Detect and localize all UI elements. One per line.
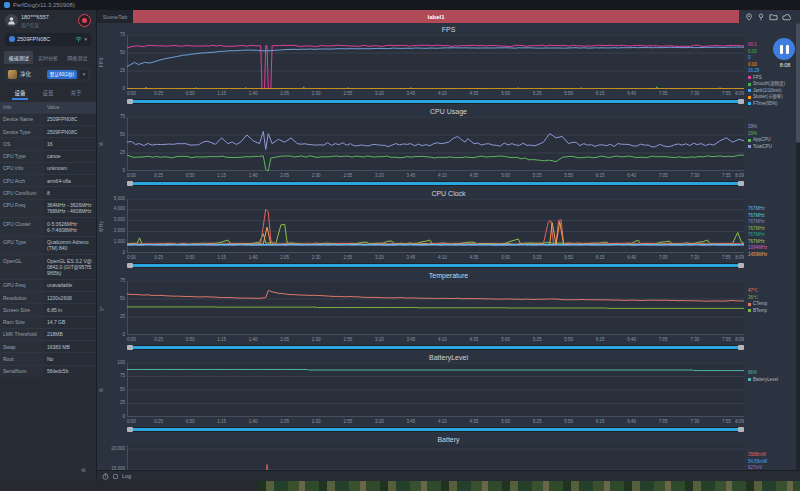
main-vertical-scrollbar[interactable]: [796, 23, 800, 470]
device-table-body: Device Name2509FPN08CDevice Type2509FPN0…: [0, 113, 96, 377]
y-axis: % 0255075100: [97, 363, 127, 417]
table-row: Resolution1200x2608: [0, 291, 96, 303]
table-row: Screen Size6.85 in: [0, 303, 96, 315]
x-axis-ticks: 0:000:250:501:151:402:052:302:553:203:45…: [127, 254, 744, 262]
chart-scrollbar[interactable]: [127, 426, 744, 433]
table-row: CPU Typecanoe: [0, 150, 96, 162]
y-axis-label: FPS: [99, 57, 104, 67]
table-row: CPU Cluster0-5:3626MHz 6-7:4608MHz: [0, 217, 96, 236]
y-axis-label: %: [99, 142, 104, 147]
cpu-usage-legend: 39%20%AppCPUTotalCPU: [744, 117, 800, 171]
chart-cpu-clock: CPU Clock MHz 01,0002,0003,0004,0005,000…: [97, 189, 800, 269]
pause-button[interactable]: [773, 38, 795, 60]
cloud-icon[interactable]: [782, 13, 792, 21]
chart-title: Battery: [97, 435, 800, 445]
app-mode-badge[interactable]: 默认60(1秒): [47, 70, 77, 79]
app-dropdown-button[interactable]: ▾: [80, 70, 88, 79]
chart-cpu-usage: CPU Usage % 0255075 39%20%AppCPUTotalCPU…: [97, 107, 800, 187]
table-row: Ram Size14.7 GB: [0, 316, 96, 328]
desktop-wallpaper-strip: [0, 481, 800, 491]
table-header: Info Value: [0, 102, 96, 113]
x-axis-ticks: 0:000:250:501:151:402:052:302:553:203:45…: [127, 336, 744, 344]
sidebar-collapse-button[interactable]: «: [81, 466, 86, 475]
app-selector[interactable]: 净化 默认60(1秒) ▾: [5, 67, 91, 82]
pause-button-wrap: 8:08: [773, 38, 797, 70]
table-row: GPU TypeQualcomm Adreno (TM) 840: [0, 236, 96, 255]
tab-realtime-analysis[interactable]: 实时分析: [33, 51, 62, 64]
y-axis: 10,00015,00020,000: [97, 445, 127, 470]
cpu-usage-plot[interactable]: [127, 117, 744, 171]
user-card: 180***6557 用户信息: [0, 10, 96, 31]
folder-icon[interactable]: [769, 13, 778, 21]
y-axis: ℃ 0255075: [97, 281, 127, 335]
log-checkbox[interactable]: [113, 474, 118, 479]
table-row: CPU CoreNum8: [0, 186, 96, 198]
chart-fps: FPS FPS 0255075 8:08 60.10.0000.0016.29F…: [97, 25, 800, 105]
chart-title: BatteryLevel: [97, 353, 800, 363]
log-label: Log: [122, 473, 131, 479]
app-name: 净化: [20, 70, 44, 78]
temperature-legend: 47℃36℃CTempBTemp: [744, 281, 800, 335]
chevron-down-icon: ▾: [83, 72, 86, 77]
x-axis-ticks: 0:000:250:501:151:402:052:302:553:203:45…: [127, 172, 744, 180]
tab-network-test[interactable]: 网络测试: [63, 51, 92, 64]
table-row: RootNo: [0, 352, 96, 364]
fps-legend: 8:08 60.10.0000.0016.29FPSSmooth(流畅度)Jan…: [744, 35, 800, 89]
pin-icon[interactable]: [757, 13, 765, 21]
table-row: OS16: [0, 137, 96, 149]
legend-entry[interactable]: BatteryLevel: [748, 377, 799, 384]
device-selector[interactable]: 2509FPN08C ▾: [5, 33, 91, 46]
device-name: 2509FPN08C: [17, 36, 73, 42]
subtab-device[interactable]: 设备: [6, 87, 34, 100]
scene-label-bar[interactable]: label1: [133, 10, 739, 23]
main-header: SceneTab label1: [97, 10, 800, 23]
cpu-clock-plot[interactable]: [127, 199, 744, 253]
table-row: SerialNum56iledc5b: [0, 365, 96, 377]
header-icons: [739, 10, 800, 23]
legend-entry[interactable]: TotalCPU: [748, 144, 799, 151]
table-row: CPU Infounknown: [0, 162, 96, 174]
marker-icon[interactable]: [745, 13, 753, 21]
y-axis: % 0255075: [97, 117, 127, 171]
charts-area: FPS FPS 0255075 8:08 60.10.0000.0016.29F…: [97, 23, 800, 470]
chart-battery-level: BatteryLevel % 0255075100 86%BatteryLeve…: [97, 353, 800, 433]
x-axis-ticks: 0:000:250:501:151:402:052:302:553:203:45…: [127, 90, 744, 98]
legend-value: 627mV: [748, 465, 799, 470]
subtab-settings[interactable]: 设置: [34, 87, 62, 100]
y-axis-label: ℃: [99, 305, 104, 311]
user-info-label[interactable]: 用户信息: [21, 22, 75, 28]
temperature-plot[interactable]: [127, 281, 744, 335]
chart-scrollbar[interactable]: [127, 344, 744, 351]
chart-temperature: Temperature ℃ 0255075 47℃36℃CTempBTemp 0…: [97, 271, 800, 351]
table-row: CPU Freq364MHz - 3626MHz 768MHz - 4608MH…: [0, 199, 96, 218]
chart-scrollbar[interactable]: [127, 180, 744, 187]
chart-title: FPS: [97, 25, 800, 35]
cpu-clock-legend: 767MHz767MHz767MHz767MHz767MHz767MHz1094…: [744, 199, 800, 253]
status-bar: Log: [97, 470, 800, 481]
device-info-table: Info Value Device Name2509FPN08CDevice T…: [0, 102, 96, 377]
col-info: Info: [0, 102, 44, 113]
tab-speed-test[interactable]: 极速测试: [4, 51, 33, 64]
legend-entry[interactable]: FTime(95%): [748, 101, 799, 108]
device-icon: [9, 36, 15, 42]
scene-tab[interactable]: SceneTab: [97, 10, 133, 23]
wifi-icon: [75, 36, 82, 42]
chevron-down-icon: ▾: [84, 37, 87, 42]
chart-title: CPU Clock: [97, 189, 800, 199]
legend-entry[interactable]: BTemp: [748, 308, 799, 315]
legend-value: 1459MHz: [748, 252, 799, 259]
record-button[interactable]: [78, 14, 91, 27]
avatar: [5, 14, 18, 27]
app-icon: [8, 70, 17, 79]
chart-scrollbar[interactable]: [127, 262, 744, 269]
fps-plot[interactable]: [127, 35, 744, 89]
record-time: 8:08: [773, 62, 797, 70]
user-name: 180***6557: [21, 14, 75, 20]
battery-level-plot[interactable]: [127, 363, 744, 417]
subtab-about[interactable]: 关于: [62, 87, 90, 100]
chart-scrollbar[interactable]: [127, 98, 744, 105]
battery-plot[interactable]: [127, 445, 744, 470]
table-row: LMK Threshold218MB: [0, 328, 96, 340]
timer-icon[interactable]: [102, 473, 109, 480]
y-axis-label: %: [99, 388, 104, 393]
